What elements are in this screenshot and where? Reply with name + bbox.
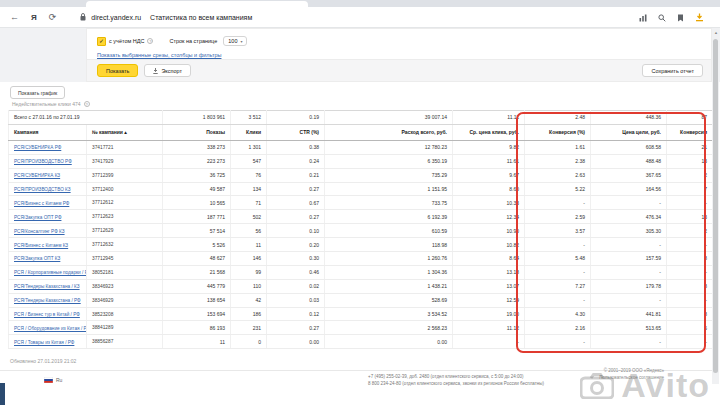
metric-cell: 223 273 [163,154,231,168]
search-icon[interactable] [658,8,666,26]
col-header-avg-cpc[interactable]: Ср. цена клика, руб. [453,124,525,140]
campaign-link[interactable]: РСЯ / Бизнес тур в Китай / РФ [14,312,80,317]
table-row: РСЯ/Бизнес с Китаем РФ3771261210 565710.… [9,196,713,210]
campaign-link[interactable]: РСЯ/ПРОИЗВОДСТВО РФ [14,159,72,164]
metric-cell: 231 [231,321,267,335]
metric-cell: 0.46 [267,265,325,279]
metric-cell: 19.00 [453,307,525,321]
table-body: РСЯ/СУВЕНИРКА РФ37417721338 2731 3010.38… [9,140,713,348]
invalid-clicks-label: Недействительные клики 474 [12,101,81,107]
metric-cell: 367.65 [591,168,667,182]
download-icon[interactable] [695,8,704,26]
metric-cell: 118.98 [325,238,453,252]
phone-line: +7 (495) 255-02-39, доб. 2480 (отдел кли… [368,373,544,380]
campaign-link[interactable]: РСЯ / Товары из Китая / РФ [14,340,74,345]
col-header-goal-cost[interactable]: Цена цели, руб. [591,124,667,140]
metric-cell: 3.57 [525,224,591,238]
metric-cell: 0.02 [267,279,325,293]
campaign-link[interactable]: РСЯ/ПРОИЗВОДСТВО КЗ [14,187,71,192]
scrollbar-thumb[interactable] [713,39,718,373]
campaign-link[interactable]: РСЯ/Закупка ОПТ РФ [14,215,61,220]
updated-timestamp: Обновлено 27.01.2019 21:02 [10,358,76,364]
metric-cell: - [591,196,667,210]
filter-row: ✓ с учётом НДС ? Строк на странице 100 ▾ [97,36,247,46]
campaign-cell: РСЯ / Оборудование из Китая / РФ [9,321,87,335]
metric-cell: 10.90 [453,224,525,238]
metric-cell: 10.82 [453,238,525,252]
campaign-id-cell: 37712400 [87,182,163,196]
table-row: РСЯ / Корпоративные подарки / РФ38052181… [9,265,713,279]
campaign-link[interactable]: РСЯ/СУВЕНИРКА КЗ [14,173,60,178]
metric-cell: 21 568 [163,265,231,279]
url-text[interactable]: direct.yandex.ru [91,14,141,21]
campaign-link[interactable]: РСЯ/СУВЕНИРКА РФ [14,145,61,150]
lock-icon[interactable] [80,13,86,21]
campaign-link[interactable]: РСЯ/Тендеры Казахстана / КЗ [14,284,80,289]
scroll-up-icon[interactable]: ▲ [714,30,718,35]
campaign-link[interactable]: РСЯ / Оборудование из Китая / РФ [14,326,87,331]
metric-cell: 0.20 [267,238,325,252]
table-row: РСЯ/Тендеры Казахстана / РФ38346929138 6… [9,293,713,307]
metric-cell: 13.07 [453,279,525,293]
col-header-impressions[interactable]: Показы [163,124,231,140]
campaign-cell: РСЯ/Консалтинг РФ КЗ [9,224,87,238]
chevron-down-icon: ▾ [240,39,242,44]
campaign-cell: РСЯ/Бизнес с Китаем КЗ [9,238,87,252]
info-icon[interactable]: ? [84,101,90,107]
metric-cell: 4.30 [525,307,591,321]
campaign-link[interactable]: РСЯ/Бизнес с Китаем РФ [14,201,69,206]
col-header-clicks[interactable]: Клики [231,124,267,140]
campaign-link[interactable]: РСЯ/Тендеры Казахстана / РФ [14,298,81,303]
support-phones: +7 (495) 255-02-39, доб. 2480 (отдел кли… [368,373,544,387]
col-header-cost[interactable]: Расход всего, руб. [325,124,453,140]
campaign-link[interactable]: РСЯ/Консалтинг РФ КЗ [14,229,65,234]
col-header-conv-rate[interactable]: Конверсия (%) [525,124,591,140]
metric-cell: 547 [231,154,267,168]
col-header-campaign[interactable]: Кампания [9,124,87,140]
refresh-icon[interactable]: ⟳ [49,13,57,22]
copyright-links[interactable]: Пользовательское соглашение [599,374,664,381]
vat-checkbox[interactable]: ✓ [97,37,106,46]
show-chart-button[interactable]: Показать график [10,86,65,99]
metric-cell: 5 [667,321,713,335]
bookmark-icon[interactable] [677,8,684,26]
campaign-link[interactable]: РСЯ / Корпоративные подарки / РФ [14,270,87,275]
back-icon[interactable]: ← [10,13,19,22]
metric-cell: 49 587 [163,182,231,196]
metric-cell: 11.12 [453,321,525,335]
summary-goal-cost: 448.36 [591,111,667,125]
save-report-button[interactable]: Сохранить отчет [642,64,703,77]
metric-cell: - [591,293,667,307]
campaign-cell: РСЯ/Тендеры Казахстана / РФ [9,293,87,307]
info-icon[interactable]: ? [147,38,153,44]
campaign-cell: РСЯ / Корпоративные подарки / РФ [9,265,87,279]
metric-cell: 153 694 [163,307,231,321]
metric-cell: - [525,335,591,349]
campaign-link[interactable]: РСЯ/Закупка ОПТ КЗ [14,256,60,261]
show-slices-link[interactable]: Показать выбранные срезы, столбцы и филь… [97,52,221,58]
language-selector[interactable]: Ru [44,377,62,383]
metric-cell: 608.58 [591,140,667,154]
metric-cell: 610.59 [325,224,453,238]
metric-cell: 476.34 [591,210,667,224]
export-button[interactable]: Экспорт [144,64,191,77]
campaign-cell: РСЯ / Бизнес тур в Китай / РФ [9,307,87,321]
metric-cell: 1 151.95 [325,182,453,196]
metric-cell: 57 514 [163,224,231,238]
metric-cell: - [667,293,713,307]
filter-panel: ✓ с учётом НДС ? Строк на странице 100 ▾… [86,28,712,82]
col-header-campaign-id[interactable]: № кампании ▴ [87,124,163,140]
show-button[interactable]: Показать [97,64,138,77]
metric-cell: 8.60 [453,182,525,196]
export-download-icon [153,68,158,74]
yandex-logo-icon[interactable]: Я [31,13,37,22]
rows-per-page-select[interactable]: 100 ▾ [223,36,247,46]
campaign-link[interactable]: РСЯ/Бизнес с Китаем КЗ [14,243,68,248]
metric-cell: 8 [667,307,713,321]
metric-cell: 9.82 [453,140,525,154]
chart-icon[interactable] [639,8,647,26]
col-header-ctr[interactable]: CTR (%) [267,124,325,140]
col-header-conversions[interactable]: Конверсии [667,124,713,140]
campaign-id-cell: 37712399 [87,168,163,182]
metric-cell: 134 [231,182,267,196]
